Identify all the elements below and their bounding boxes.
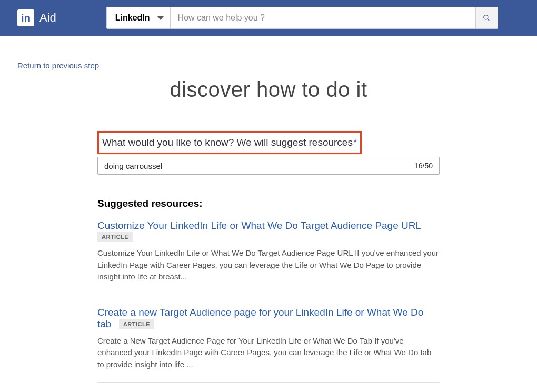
search-group: LinkedIn <box>106 7 498 29</box>
question-label-highlight: What would you like to know? We will sug… <box>97 131 362 154</box>
svg-line-1 <box>488 19 490 21</box>
search-button[interactable] <box>476 7 498 29</box>
char-counter: 16/50 <box>414 162 433 170</box>
chevron-down-icon <box>157 16 164 20</box>
result-item: Create a new Target Audience page for yo… <box>97 307 440 383</box>
search-input[interactable] <box>171 7 476 29</box>
article-badge: ARTICLE <box>97 232 133 242</box>
suggested-resources-heading: Suggested resources: <box>97 198 440 209</box>
linkedin-logo-icon: in <box>17 9 34 26</box>
question-label: What would you like to know? We will sug… <box>102 137 353 148</box>
query-input[interactable] <box>104 162 409 170</box>
result-title-row: Create a new Target Audience page for yo… <box>97 307 440 330</box>
page-content: Return to previous step discover how to … <box>0 36 537 392</box>
search-scope-dropdown[interactable]: LinkedIn <box>106 7 171 29</box>
return-link[interactable]: Return to previous step <box>17 61 99 70</box>
search-scope-label: LinkedIn <box>115 13 150 23</box>
brand-name: Aid <box>39 11 56 25</box>
search-icon <box>483 14 490 22</box>
page-title: discover how to do it <box>17 78 520 102</box>
svg-point-0 <box>484 15 488 19</box>
result-description: Create a New Target Audience Page for Yo… <box>97 335 440 371</box>
main-form: What would you like to know? We will sug… <box>97 131 440 392</box>
required-indicator: * <box>353 137 357 148</box>
result-title-row: Customize Your LinkedIn Life or What We … <box>97 220 440 242</box>
brand-logo-group: in Aid <box>17 9 56 26</box>
result-description: Customize Your LinkedIn Life or What We … <box>97 247 440 283</box>
result-title-link[interactable]: Customize Your LinkedIn Life or What We … <box>97 220 421 231</box>
article-badge: ARTICLE <box>119 319 154 329</box>
query-input-wrapper: 16/50 <box>97 157 440 175</box>
result-item: Customize Your LinkedIn Life or What We … <box>97 220 440 295</box>
top-header: in Aid LinkedIn <box>0 0 537 36</box>
